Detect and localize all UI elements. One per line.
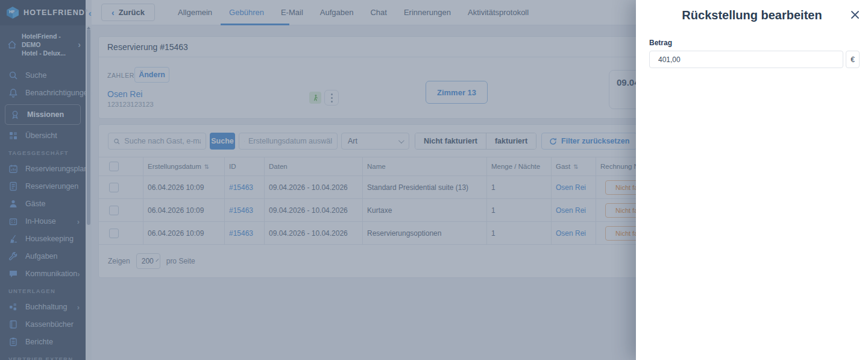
- app-root: HF HOTELFRIEND® ‹ HotelFriend - DEMOHote…: [0, 0, 868, 360]
- modal-title: Rückstellung bearbeiten: [636, 8, 868, 22]
- amount-field-group: €: [649, 51, 860, 68]
- modal-backdrop[interactable]: [0, 0, 636, 360]
- amount-label: Betrag: [649, 39, 672, 47]
- currency-addon: €: [846, 51, 860, 68]
- close-icon: [851, 10, 860, 19]
- close-button[interactable]: [849, 9, 860, 20]
- edit-provision-modal: Rückstellung bearbeiten Betrag €: [636, 0, 868, 360]
- amount-input[interactable]: [649, 51, 843, 68]
